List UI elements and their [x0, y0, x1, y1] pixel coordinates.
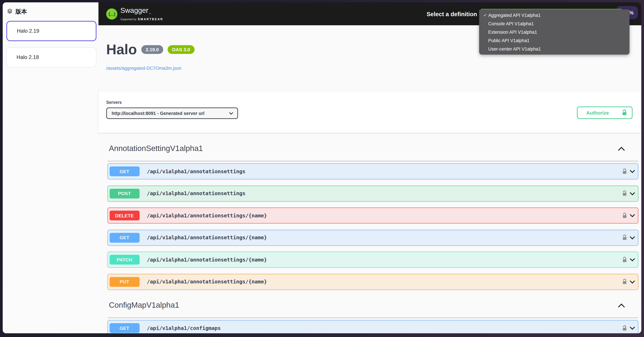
oas-badge: OAS 3.0: [168, 45, 194, 54]
dropdown-option-label: Public API V1alpha1: [488, 38, 530, 43]
section-divider: [108, 161, 638, 161]
lock-icon[interactable]: [622, 325, 627, 331]
operation-path: /api/v1alpha1/annotationsettings: [147, 190, 245, 196]
logo-wordmark: Swagger: [120, 7, 148, 14]
sidebar-header: 版本: [3, 2, 98, 15]
sidebar-item-halo-2-19[interactable]: Halo 2.19: [6, 21, 96, 41]
lock-icon[interactable]: [622, 168, 627, 174]
expand-operation-icon[interactable]: [630, 258, 635, 262]
dropdown-option-label: User-center API V1alpha1: [488, 46, 541, 51]
dropdown-option-public-api[interactable]: Public API V1alpha1: [479, 36, 630, 45]
section-divider: [108, 318, 638, 318]
expand-operation-icon[interactable]: [630, 170, 635, 173]
swagger-logo-text: Swagger ™ Supported by SMARTBEAR: [120, 7, 163, 21]
dropdown-option-label: Aggregated API V1alpha1: [488, 13, 541, 18]
expand-operation-icon[interactable]: [630, 326, 635, 330]
operation-path: /api/v1alpha1/annotationsettings/{name}: [147, 235, 267, 241]
operation-path: /api/v1alpha1/annotationsettings: [147, 168, 245, 174]
operation-row[interactable]: GET /api/v1alpha1/annotationsettings/{na…: [108, 230, 638, 246]
version-badge: 2.19.0: [141, 45, 163, 54]
smartbear-brand: SMARTBEAR: [138, 17, 163, 21]
chevron-down-icon: [229, 112, 233, 115]
operation-row[interactable]: DELETE /api/v1alpha1/annotationsettings/…: [108, 208, 638, 223]
operation-row[interactable]: PATCH /api/v1alpha1/annotationsettings/{…: [108, 252, 638, 268]
page-title: Halo: [106, 41, 137, 58]
lock-icon[interactable]: [622, 213, 627, 219]
operation-row[interactable]: PUT /api/v1alpha1/annotationsettings/{na…: [108, 274, 638, 290]
dropdown-option-aggregated-api[interactable]: ✓ Aggregated API V1alpha1: [479, 11, 630, 19]
definition-dropdown-menu: ✓ Aggregated API V1alpha1 Console API V1…: [479, 9, 630, 54]
operation-path: /api/v1alpha1/annotationsettings/{name}: [147, 279, 267, 285]
servers-label: Servers: [106, 100, 122, 105]
expand-operation-icon[interactable]: [630, 280, 635, 284]
version-item-label: Halo 2.19: [17, 28, 39, 34]
expand-operation-icon[interactable]: [630, 214, 635, 217]
browser-window: 版本 Halo 2.19 Halo 2.18 {…} Swagger ™: [3, 2, 641, 333]
server-select[interactable]: http://localhost:8091 - Generated server…: [106, 107, 238, 119]
operation-path: /api/v1alpha1/annotationsettings/{name}: [147, 213, 267, 219]
sidebar-item-halo-2-18[interactable]: Halo 2.18: [6, 47, 96, 67]
section-header-configmap[interactable]: ConfigMapV1alpha1: [109, 301, 179, 310]
lock-icon[interactable]: [622, 279, 627, 285]
operation-row[interactable]: GET /api/v1alpha1/configmaps: [108, 320, 638, 333]
definition-select-label: Select a definition: [427, 11, 477, 18]
expand-operation-icon[interactable]: [630, 192, 635, 195]
section-header-annotationsetting[interactable]: AnnotationSettingV1alpha1: [109, 144, 203, 153]
layers-icon: [7, 8, 12, 15]
spec-json-link[interactable]: /assets/aggregated-DC7Oma3m.json: [106, 66, 182, 71]
api-title-row: Halo 2.19.0 OAS 3.0: [106, 41, 194, 58]
method-badge: PATCH: [110, 255, 140, 265]
version-sidebar: 版本 Halo 2.19 Halo 2.18: [3, 2, 99, 333]
swagger-logo-icon: {…}: [106, 8, 117, 19]
authorize-label: Authorize: [586, 110, 609, 115]
supported-by-text: Supported by: [120, 18, 136, 21]
method-badge: GET: [110, 323, 140, 333]
operation-row[interactable]: GET /api/v1alpha1/annotationsettings: [108, 163, 638, 179]
collapse-section-icon[interactable]: [618, 303, 625, 309]
method-badge: GET: [110, 233, 140, 243]
method-badge: DELETE: [110, 211, 140, 220]
method-badge: GET: [110, 166, 140, 176]
operation-path: /api/v1alpha1/configmaps: [147, 325, 221, 331]
desktop-background: 版本 Halo 2.19 Halo 2.18 {…} Swagger ™: [0, 0, 644, 337]
check-icon: ✓: [484, 13, 487, 17]
lock-icon[interactable]: [622, 190, 627, 196]
sidebar-title: 版本: [16, 8, 27, 15]
dropdown-option-label: Console API V1alpha1: [488, 21, 534, 26]
swagger-logo[interactable]: {…} Swagger ™ Supported by SMARTBEAR: [106, 7, 163, 21]
dropdown-option-console-api[interactable]: Console API V1alpha1: [479, 19, 630, 28]
method-badge: POST: [110, 189, 140, 198]
operation-path: /api/v1alpha1/annotationsettings/{name}: [147, 257, 267, 263]
dropdown-option-extension-api[interactable]: Extension API V1alpha1: [479, 28, 630, 36]
scheme-container: Servers http://localhost:8091 - Generate…: [98, 91, 641, 133]
authorize-button[interactable]: Authorize: [577, 106, 632, 119]
api-docs-content: Halo 2.19.0 OAS 3.0 /assets/aggregated-D…: [98, 25, 641, 333]
unlock-icon: [622, 109, 627, 116]
dropdown-option-user-center-api[interactable]: User-center API V1alpha1: [479, 45, 630, 53]
version-item-label: Halo 2.18: [16, 54, 39, 60]
dropdown-option-label: Extension API V1alpha1: [488, 29, 537, 34]
server-select-value: http://localhost:8091 - Generated server…: [112, 111, 204, 116]
lock-icon[interactable]: [622, 235, 627, 241]
operation-row[interactable]: POST /api/v1alpha1/annotationsettings: [108, 186, 638, 201]
lock-icon[interactable]: [622, 257, 627, 263]
collapse-section-icon[interactable]: [618, 147, 625, 153]
method-badge: PUT: [110, 277, 140, 287]
trademark-symbol: ™: [149, 10, 151, 17]
expand-operation-icon[interactable]: [630, 236, 635, 239]
